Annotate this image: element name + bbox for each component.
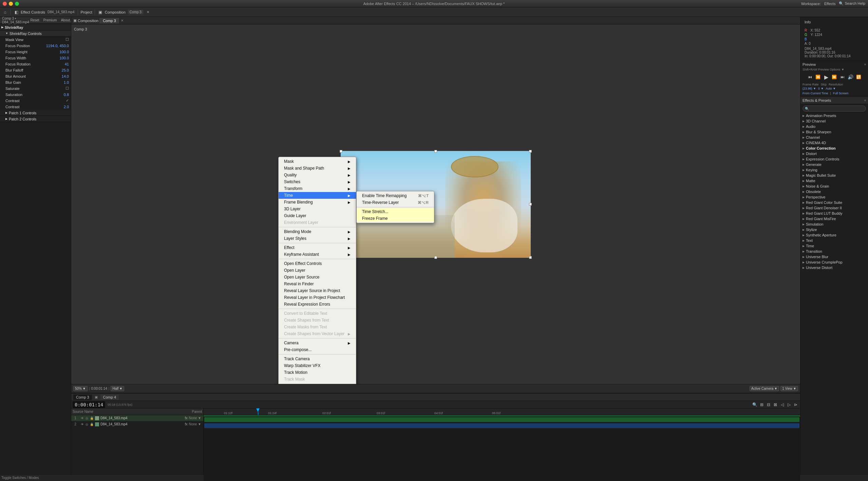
layer-2-lock-icon[interactable]: 🔒 — [90, 422, 94, 426]
ctx-warp-stabilizer[interactable]: Warp Stabilizer VFX — [279, 362, 356, 369]
ctx-reveal-layer-flowchart[interactable]: Reveal Layer in Project Flowchart — [279, 294, 356, 301]
ctx-time[interactable]: Time ▶ Enable Time Remapping ⌘⌥T Time-Re… — [279, 192, 356, 199]
ctx-reveal-in-finder[interactable]: Reveal in Finder — [279, 281, 356, 287]
layer-2-solo-icon[interactable]: ◎ — [85, 422, 89, 426]
track-bar-2[interactable] — [204, 423, 799, 428]
cat-3d-channel[interactable]: ▶ 3D Channel — [800, 118, 868, 124]
track-bar-1[interactable] — [204, 417, 799, 422]
ctx-open-layer-source[interactable]: Open Layer Source — [279, 274, 356, 281]
cat-transition[interactable]: ▶ Transition — [800, 249, 868, 254]
effect-controls-label[interactable]: Effect Controls — [21, 10, 45, 14]
cat-text[interactable]: ▶ Text — [800, 238, 868, 243]
maximize-button[interactable] — [15, 2, 19, 6]
reset-button[interactable]: Reset — [29, 18, 41, 22]
prev-audio-btn[interactable]: 🔊 — [848, 74, 854, 80]
cat-red-giant-lut[interactable]: ▶ Red Giant LUT Buddy — [800, 211, 868, 216]
cat-obsolete[interactable]: ▶ Obsolete — [800, 189, 868, 194]
layer-2-mode[interactable]: None ▼ — [189, 422, 201, 426]
cat-universe-crumple[interactable]: ▶ Universe CrumplePop — [800, 259, 868, 265]
cat-universe-blur[interactable]: ▶ Universe Blur — [800, 254, 868, 259]
layer-1-solo-icon[interactable]: ◎ — [85, 416, 89, 420]
focus-height-row[interactable]: Focus Height 100.0 — [0, 49, 71, 55]
frame-rate-val[interactable]: (23.98) ▼ — [803, 87, 816, 90]
sub-time-reverse[interactable]: Time-Reverse Layer ⌘⌥R — [357, 199, 434, 206]
cat-generate[interactable]: ▶ Generate — [800, 162, 868, 167]
focus-width-row[interactable]: Focus Width 100.0 — [0, 55, 71, 61]
ctx-mask-shape-path[interactable]: Mask and Shape Path ▶ — [279, 165, 356, 172]
layer-2-eye-icon[interactable]: 👁 — [80, 422, 84, 426]
blur-falloff-value[interactable]: 25.0 — [62, 68, 71, 72]
ctx-frame-blending[interactable]: Frame Blending ▶ — [279, 199, 356, 206]
sub-time-stretch[interactable]: Time Stretch... — [357, 208, 434, 215]
zoom-dropdown[interactable]: 50% ▼ — [73, 386, 88, 391]
saturate-row[interactable]: Saturate ☐ — [0, 85, 71, 92]
prev-step-back-btn[interactable]: ⏪ — [815, 74, 821, 80]
prev-skip-start-btn[interactable]: ⏮ — [807, 74, 813, 80]
ctx-track-motion[interactable]: Track Motion — [279, 369, 356, 376]
comp-tab-close[interactable]: ✕ — [121, 19, 124, 22]
skip-val[interactable]: 0 ▼ — [818, 87, 824, 90]
saturation-value[interactable]: 0.8 — [64, 93, 71, 97]
ctx-reveal-expression-errors[interactable]: Reveal Expression Errors — [279, 301, 356, 308]
cat-animation-presets[interactable]: ▶ Animation Presets — [800, 113, 868, 118]
traffic-lights[interactable] — [3, 2, 19, 6]
effect-file-tab[interactable]: D84_14_583.mp4 — [48, 10, 75, 14]
sub-enable-time-remapping[interactable]: Enable Time Remapping ⌘⌥T — [357, 192, 434, 199]
cat-color-correction[interactable]: ▶ Color Correction — [800, 146, 868, 151]
cat-red-giant-color[interactable]: ▶ Red Giant Color Suite — [800, 200, 868, 205]
cat-time[interactable]: ▶ Time — [800, 243, 868, 249]
contrast-value-row[interactable]: Contrast 2.0 — [0, 104, 71, 110]
focus-height-value[interactable]: 100.0 — [59, 50, 71, 54]
focus-position-value[interactable]: 1194.0, 450.0 — [46, 44, 71, 48]
layer-2-fx-icon[interactable]: fx — [185, 422, 188, 426]
contrast-value[interactable]: 2.0 — [64, 105, 71, 109]
effects-search-bar[interactable]: 🔍 — [803, 105, 866, 112]
cat-keying[interactable]: ▶ Keying — [800, 167, 868, 173]
prev-loop-btn[interactable]: 🔁 — [856, 74, 862, 80]
cat-channel[interactable]: ▶ Channel — [800, 135, 868, 140]
cat-red-giant-denoiser[interactable]: ▶ Red Giant Denoiser II — [800, 205, 868, 211]
cat-matte[interactable]: ▶ Matte — [800, 178, 868, 184]
ctx-keyframe-assistant[interactable]: Keyframe Assistant ▶ — [279, 251, 356, 258]
mask-view-row[interactable]: Mask View ☐ — [0, 37, 71, 43]
patch1-section[interactable]: ▶ Patch 1 Controls — [0, 110, 71, 116]
premium-button[interactable]: Premium — [42, 18, 58, 22]
ctx-switches[interactable]: Switches ▶ — [279, 178, 356, 185]
cat-audio[interactable]: ▶ Audio — [800, 124, 868, 129]
mask-view-checkbox[interactable]: ☐ — [65, 37, 71, 42]
ctx-layer-styles[interactable]: Layer Styles ▶ — [279, 235, 356, 242]
cat-noise-grain[interactable]: ▶ Noise & Grain — [800, 184, 868, 189]
focus-rotation-row[interactable]: Focus Rotation 41 — [0, 61, 71, 67]
ec-buttons[interactable]: Reset Premium About... — [29, 18, 74, 22]
comp3-tab[interactable]: Comp 3 — [128, 10, 143, 14]
cat-distort[interactable]: ▶ Distort — [800, 151, 868, 156]
cat-cinema4d[interactable]: ▶ CINEMA 4D — [800, 140, 868, 146]
ctx-guide-layer[interactable]: Guide Layer — [279, 212, 356, 219]
contrast-checkbox[interactable]: ✓ — [66, 98, 71, 103]
blur-amount-row[interactable]: Blur Amount 14.0 — [0, 73, 71, 79]
tl-icon-2[interactable]: ⊟ — [766, 402, 772, 408]
tl-icon-1[interactable]: ⊞ — [759, 402, 765, 408]
cat-red-giant-misfire[interactable]: ▶ Red Giant MisFire — [800, 216, 868, 222]
layer-1-eye-icon[interactable]: 👁 — [80, 416, 84, 420]
cat-perspective[interactable]: ▶ Perspective — [800, 194, 868, 200]
timeline-time-display[interactable]: 0:00:01:14 — [73, 401, 105, 408]
camera-dropdown[interactable]: Active Camera ▼ — [750, 386, 779, 391]
tl-icon-3[interactable]: ⊠ — [772, 402, 778, 408]
full-screen-label[interactable]: Full Screen — [833, 92, 849, 95]
cat-simulation[interactable]: ▶ Simulation — [800, 222, 868, 227]
prev-step-fwd-btn[interactable]: ⏩ — [831, 74, 837, 80]
sub-freeze-frame[interactable]: Freeze Frame — [357, 215, 434, 222]
tl-icon-4[interactable]: ◁ — [779, 402, 785, 408]
preview-controls[interactable]: ⏮ ⏪ ▶ ⏩ ⏭ 🔊 🔁 — [803, 73, 866, 81]
shrinkray-controls-section[interactable]: ▼ ShrinkRay Controls — [0, 31, 71, 37]
cat-expression-controls[interactable]: ▶ Expression Controls — [800, 156, 868, 162]
cat-universe-distort[interactable]: ▶ Universe Distort — [800, 265, 868, 270]
ctx-track-camera[interactable]: Track Camera — [279, 355, 356, 362]
ctx-camera[interactable]: Camera ▶ — [279, 340, 356, 346]
ctx-3d-layer[interactable]: 3D Layer — [279, 206, 356, 212]
blur-falloff-row[interactable]: Blur Falloff 25.0 — [0, 67, 71, 73]
layer-row-1[interactable]: 1 👁 ◎ 🔒 D84_14_583.mp4 fx None — [71, 415, 203, 421]
layer-1-fx-icon[interactable]: fx — [185, 416, 188, 420]
blur-amount-value[interactable]: 14.0 — [62, 74, 71, 78]
